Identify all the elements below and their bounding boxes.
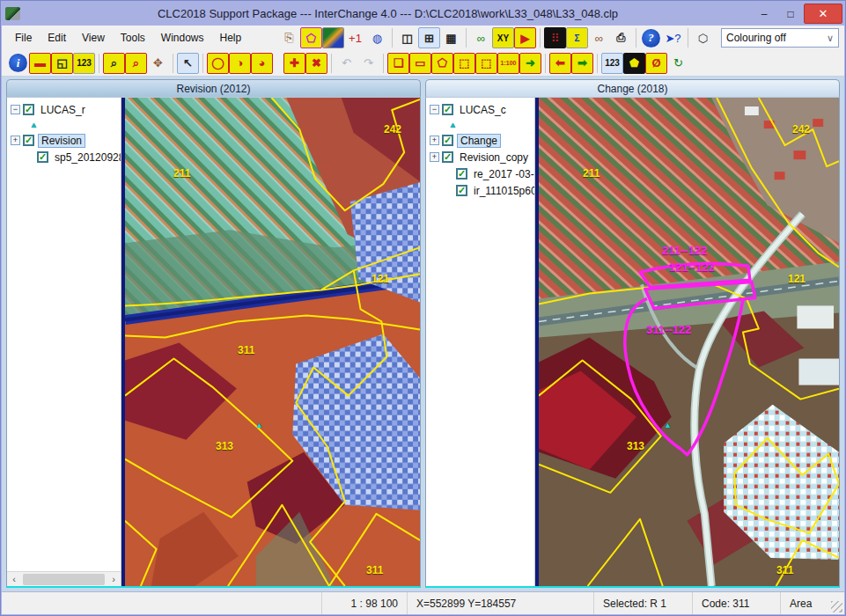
menu-file[interactable]: File (7, 28, 40, 48)
layer-label[interactable]: Change (457, 134, 501, 148)
scroll-right-icon[interactable]: › (107, 574, 121, 584)
prev-record-icon[interactable]: ⬅ (549, 53, 571, 74)
statistics-icon[interactable]: Σ (566, 27, 588, 48)
glasses-icon[interactable]: ∞ (588, 27, 610, 48)
fill-black-icon[interactable]: ⬟ (623, 53, 645, 74)
cancel-polygon-icon[interactable]: Ø (645, 53, 667, 74)
map-canvas-revision[interactable]: 211 242 121 311 313 311 ▲ (121, 98, 420, 586)
zoom-box-icon[interactable]: ⌕ (103, 53, 125, 74)
scroll-left-icon[interactable]: ‹ (7, 574, 21, 584)
menu-edit[interactable]: Edit (40, 28, 74, 48)
export-layers-icon[interactable]: ⎘ (278, 27, 300, 48)
code-label-313: 313 (627, 440, 644, 452)
panel-change-header[interactable]: Change (2018) (425, 79, 840, 97)
tree-horizontal-scrollbar[interactable]: ‹ › (7, 571, 121, 586)
tree-item-lucas-r[interactable]: − ✓ LUCAS_r (9, 101, 119, 118)
layer-label[interactable]: ir_111015p6003 (471, 185, 535, 197)
tree-item-revision-copy[interactable]: + ✓ Revision_copy (428, 149, 533, 165)
menu-help[interactable]: Help (212, 28, 250, 48)
layer-label[interactable]: Revision_copy (457, 151, 531, 164)
measure-length-icon[interactable]: ▬ (29, 53, 51, 74)
lucas-point-icon: ▲ (255, 421, 263, 429)
expand-icon[interactable]: + (11, 136, 20, 145)
maximize-button[interactable]: □ (777, 4, 804, 24)
expand-icon[interactable]: + (430, 152, 439, 162)
next-record-icon[interactable]: ➡ (571, 53, 593, 74)
layer-label[interactable]: Revision (38, 134, 85, 148)
checkbox[interactable]: ✓ (442, 104, 453, 115)
code-labels-icon[interactable]: 123 (601, 53, 623, 74)
find-binoculars-icon[interactable]: ∞ (470, 27, 492, 48)
region-outline-icon[interactable]: ⬡ (692, 27, 714, 48)
revert-icon[interactable]: ↻ (667, 53, 689, 74)
add-change-layer-icon[interactable]: ⬠ (300, 27, 322, 48)
layout-form-icon[interactable]: ⊞ (418, 27, 440, 48)
tree-item-ir111015[interactable]: ✓ ir_111015p6003 (428, 182, 533, 199)
count-123-icon[interactable]: 123 (73, 53, 95, 74)
select-extent-icon[interactable]: ⬚ (453, 53, 475, 74)
checkbox[interactable]: ✓ (442, 135, 453, 146)
code-label-211: 211 (173, 167, 190, 180)
reshape-polygon-icon[interactable]: ◕ (251, 53, 273, 74)
help-icon[interactable]: ? (642, 29, 660, 48)
menu-view[interactable]: View (74, 28, 113, 48)
goto-xy-icon[interactable]: XY (492, 27, 514, 48)
menu-tools[interactable]: Tools (113, 28, 153, 48)
checkbox[interactable]: ✓ (37, 151, 48, 163)
attribute-table-icon[interactable]: ▦ (440, 27, 462, 48)
camera-icon[interactable]: ⎙ (610, 27, 632, 48)
tree-item-re2017[interactable]: ✓ re_2017 -03-21t (428, 165, 533, 182)
zoom-drag-icon[interactable]: ⌕ (125, 53, 147, 74)
panel-revision-header[interactable]: Revision (2012) (6, 79, 421, 97)
apply-step-icon[interactable]: ➜ (519, 53, 541, 74)
checkbox[interactable]: ✓ (442, 151, 453, 163)
scrollbar-thumb[interactable] (23, 574, 105, 585)
undo-icon[interactable]: ↶ (335, 53, 357, 74)
title-bar[interactable]: CLC2018 Support Package --- InterChange … (2, 2, 844, 26)
add-raster-layer-icon[interactable] (322, 27, 344, 48)
zoom-extent-box-icon[interactable]: ⬚ (475, 53, 497, 74)
scale-1-100-icon[interactable]: 1:100 (497, 53, 519, 74)
legend-colors-icon[interactable]: ⠿ (544, 27, 566, 48)
expand-icon[interactable]: + (430, 136, 439, 145)
close-button[interactable]: ✕ (804, 4, 842, 24)
copy-overlap-icon[interactable]: ❏ (387, 53, 409, 74)
layer-label[interactable]: LUCAS_r (38, 104, 88, 116)
map-canvas-change[interactable]: 211 242 121 313 311 211--122 121--122 31… (535, 98, 839, 586)
select-cursor-icon[interactable]: ↖ (177, 53, 199, 74)
checkbox[interactable]: ✓ (23, 135, 34, 146)
collapse-icon[interactable]: − (11, 105, 20, 114)
copy-rect-icon[interactable]: ▭ (409, 53, 431, 74)
add-polygon-icon[interactable]: ✚ (283, 53, 305, 74)
tree-item-change[interactable]: + ✓ Change (428, 132, 533, 149)
measure-area-icon[interactable]: ◱ (51, 53, 73, 74)
ring-polygon-icon[interactable]: ◯ (207, 53, 229, 74)
add-hook-icon[interactable]: +1 (344, 27, 366, 48)
tree-item-sp5[interactable]: ✓ sp5_20120928 (9, 149, 119, 165)
checkbox[interactable]: ✓ (456, 185, 467, 196)
tree-item-lucas-c[interactable]: − ✓ LUCAS_c (428, 101, 533, 118)
redo-icon[interactable]: ↷ (357, 53, 379, 74)
tree-item-revision[interactable]: + ✓ Revision (9, 132, 119, 149)
resize-grip[interactable] (831, 601, 842, 612)
checkbox[interactable]: ✓ (23, 104, 34, 115)
layout-columns-icon[interactable]: ◫ (396, 27, 418, 48)
layer-label[interactable]: LUCAS_c (457, 104, 509, 116)
collapse-icon[interactable]: − (430, 105, 439, 114)
layer-label[interactable]: sp5_20120928 (52, 151, 121, 164)
checkbox[interactable]: ✓ (456, 168, 467, 180)
pan-hand-icon[interactable]: ✥ (147, 53, 169, 74)
info-icon[interactable]: i (9, 54, 27, 72)
globe-icon[interactable]: ◍ (366, 27, 388, 48)
colouring-dropdown[interactable]: Colouring off ∨ (721, 28, 839, 48)
polygon-box-icon[interactable]: ⬠ (431, 53, 453, 74)
select-record-icon[interactable]: ▶ (514, 27, 536, 48)
status-bar: 1 : 98 100 X=552899 Y=184557 Selected: R… (2, 591, 844, 614)
menu-windows[interactable]: Windows (153, 28, 212, 48)
context-help-icon[interactable]: ➤? (662, 27, 684, 48)
layer-label[interactable]: re_2017 -03-21t (471, 168, 535, 180)
split-polygon-icon[interactable]: ◑ (229, 53, 251, 74)
map-imagery-2012 (125, 98, 420, 586)
minimize-button[interactable]: – (751, 4, 777, 24)
delete-polygon-icon[interactable]: ✖ (305, 53, 327, 74)
